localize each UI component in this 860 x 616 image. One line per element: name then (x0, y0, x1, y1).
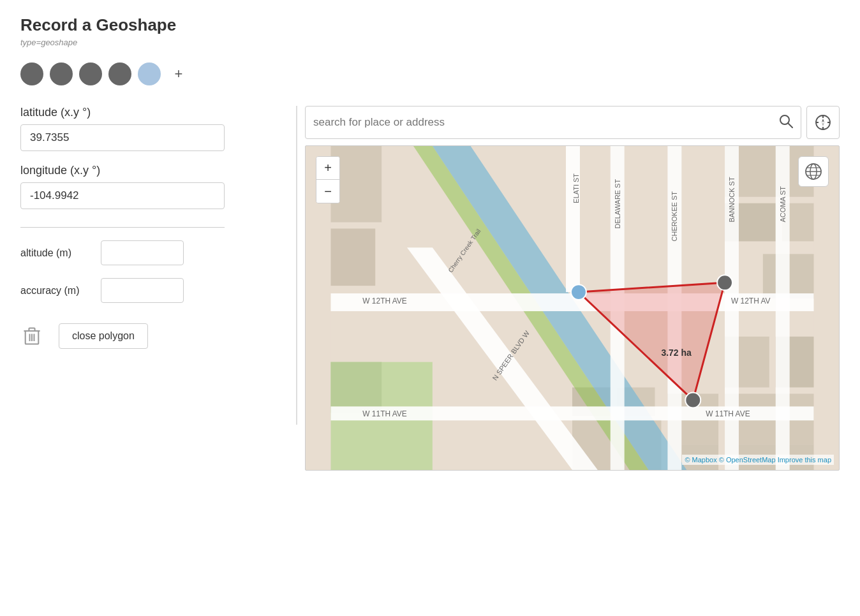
longitude-input[interactable] (20, 182, 225, 209)
add-dot-button[interactable]: + (167, 62, 190, 85)
altitude-label: altitude (m) (20, 247, 91, 259)
compass-button[interactable] (806, 106, 840, 139)
search-icon (779, 114, 793, 128)
svg-marker-13 (822, 119, 824, 122)
right-panel: ELATI ST DELAWARE ST CHEROKEE ST BANNOCK… (305, 106, 840, 471)
svg-text:ACOMA ST: ACOMA ST (779, 186, 787, 223)
svg-text:W 11TH AVE: W 11TH AVE (362, 409, 406, 418)
svg-text:ELATI ST: ELATI ST (572, 173, 580, 203)
svg-point-56 (571, 284, 586, 300)
svg-text:W 11TH AVE: W 11TH AVE (706, 409, 750, 418)
svg-rect-17 (330, 362, 382, 413)
svg-marker-14 (822, 122, 824, 126)
latitude-label: latitude (x.y °) (20, 106, 263, 119)
search-button[interactable] (779, 114, 793, 131)
dot-1[interactable] (20, 62, 43, 85)
svg-rect-2 (29, 328, 34, 331)
altitude-input[interactable] (101, 240, 184, 265)
search-box[interactable] (305, 106, 801, 139)
map-svg: ELATI ST DELAWARE ST CHEROKEE ST BANNOCK… (306, 146, 839, 470)
longitude-label: longitude (x.y °) (20, 164, 263, 177)
svg-text:W 12TH AV: W 12TH AV (731, 297, 771, 305)
globe-icon (804, 163, 822, 180)
map-container[interactable]: ELATI ST DELAWARE ST CHEROKEE ST BANNOCK… (305, 145, 840, 471)
delete-button[interactable] (20, 323, 43, 349)
svg-point-57 (717, 275, 732, 290)
globe-button[interactable] (798, 156, 829, 187)
svg-rect-19 (330, 228, 375, 286)
dot-row: + (20, 62, 840, 85)
svg-text:3.72 ha: 3.72 ha (661, 348, 692, 358)
panel-divider-col (288, 106, 305, 425)
dot-2[interactable] (50, 62, 73, 85)
svg-text:W 12TH AVE: W 12TH AVE (362, 297, 406, 305)
page-title: Record a Geoshape (20, 15, 840, 35)
svg-point-58 (685, 392, 701, 407)
divider (20, 227, 225, 228)
dot-4[interactable] (108, 62, 131, 85)
map-attribution: © Mapbox © OpenStreetMap Improve this ma… (682, 455, 834, 465)
accuracy-input[interactable] (101, 278, 184, 303)
search-input[interactable] (313, 116, 779, 129)
svg-rect-37 (566, 146, 580, 292)
zoom-out-button[interactable]: − (316, 180, 339, 203)
compass-icon (815, 114, 831, 131)
close-polygon-button[interactable]: close polygon (59, 323, 148, 349)
svg-text:CHEROKEE ST: CHEROKEE ST (671, 191, 678, 242)
dot-5[interactable] (138, 62, 161, 85)
dot-3[interactable] (79, 62, 102, 85)
vertical-divider (296, 106, 297, 425)
latitude-input[interactable] (20, 124, 225, 151)
svg-text:DELAWARE ST: DELAWARE ST (614, 179, 621, 229)
svg-text:BANNOCK ST: BANNOCK ST (728, 177, 736, 222)
accuracy-label: accuracy (m) (20, 285, 91, 297)
left-panel: latitude (x.y °) longitude (x.y °) altit… (20, 106, 288, 349)
zoom-controls: + − (316, 156, 340, 203)
svg-line-7 (788, 123, 792, 128)
page-subtitle: type=geoshape (20, 38, 840, 47)
zoom-in-button[interactable]: + (316, 157, 339, 180)
search-row (305, 106, 840, 139)
trash-icon (23, 326, 41, 346)
